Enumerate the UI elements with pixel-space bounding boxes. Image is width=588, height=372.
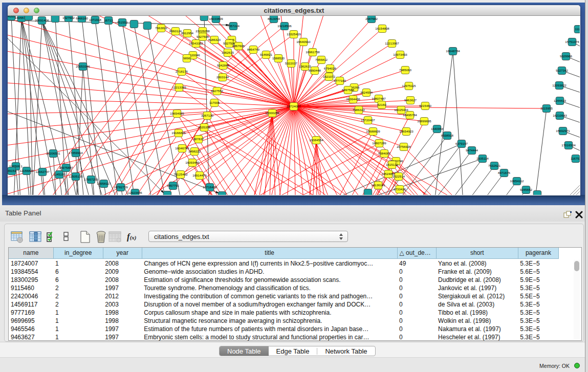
svg-text:9474444: 9474444 bbox=[466, 148, 478, 152]
svg-text:15692971: 15692971 bbox=[556, 129, 570, 133]
svg-text:20053346: 20053346 bbox=[76, 64, 90, 68]
svg-text:16782759: 16782759 bbox=[114, 185, 128, 189]
svg-text:19384554: 19384554 bbox=[309, 138, 323, 142]
svg-text:9084067: 9084067 bbox=[378, 151, 391, 155]
svg-text:15716485: 15716485 bbox=[203, 185, 217, 189]
svg-text:8186323: 8186323 bbox=[208, 38, 221, 41]
svg-text:16713: 16713 bbox=[104, 18, 113, 22]
svg-text:17016504: 17016504 bbox=[561, 143, 576, 147]
svg-text:12505135: 12505135 bbox=[69, 174, 83, 178]
svg-text:751552: 751552 bbox=[117, 20, 128, 24]
svg-text:12213389: 12213389 bbox=[172, 85, 186, 89]
svg-text:9329966: 9329966 bbox=[560, 54, 573, 58]
svg-text:5322037: 5322037 bbox=[285, 61, 298, 65]
svg-text:10899695: 10899695 bbox=[417, 119, 431, 123]
svg-text:8990448: 8990448 bbox=[309, 69, 321, 72]
svg-text:2687682: 2687682 bbox=[365, 17, 378, 20]
svg-text:8471676: 8471676 bbox=[498, 171, 511, 174]
svg-text:2935114: 2935114 bbox=[476, 157, 489, 160]
svg-text:18807289: 18807289 bbox=[372, 141, 386, 145]
svg-text:1244419: 1244419 bbox=[554, 99, 567, 102]
svg-text:6466160: 6466160 bbox=[76, 16, 89, 20]
svg-text:16154808: 16154808 bbox=[375, 27, 389, 30]
svg-text:20691406: 20691406 bbox=[35, 18, 49, 22]
svg-text:7986322: 7986322 bbox=[353, 108, 365, 112]
svg-text:16914479: 16914479 bbox=[192, 173, 207, 177]
svg-text:10958117: 10958117 bbox=[97, 182, 111, 185]
svg-text:9777169: 9777169 bbox=[334, 79, 346, 82]
svg-text:117006: 117006 bbox=[209, 101, 220, 104]
svg-text:10025433: 10025433 bbox=[394, 108, 408, 112]
svg-text:16033809: 16033809 bbox=[209, 17, 223, 20]
svg-text:1588520: 1588520 bbox=[272, 56, 285, 60]
svg-text:15720407: 15720407 bbox=[361, 118, 375, 122]
svg-text:16093459: 16093459 bbox=[185, 161, 200, 164]
svg-text:2522514: 2522514 bbox=[393, 174, 405, 178]
svg-text:13325419: 13325419 bbox=[287, 32, 301, 36]
svg-text:9242848: 9242848 bbox=[217, 63, 230, 67]
svg-text:7485063: 7485063 bbox=[399, 68, 412, 72]
svg-text:1621072: 1621072 bbox=[323, 75, 336, 78]
svg-text:1498222: 1498222 bbox=[188, 149, 201, 153]
svg-text:12975115: 12975115 bbox=[402, 84, 416, 87]
svg-text:15751074: 15751074 bbox=[565, 40, 579, 43]
svg-text:62160: 62160 bbox=[377, 103, 386, 106]
svg-text:20206551: 20206551 bbox=[46, 151, 60, 155]
svg-text:10688609: 10688609 bbox=[366, 129, 380, 133]
svg-text:10654112: 10654112 bbox=[510, 179, 524, 183]
svg-text:12093822: 12093822 bbox=[552, 83, 567, 87]
svg-text:2718176: 2718176 bbox=[176, 70, 188, 73]
svg-text:7632621: 7632621 bbox=[488, 164, 501, 167]
svg-text:16543382: 16543382 bbox=[189, 41, 203, 45]
svg-text:8938918: 8938918 bbox=[441, 134, 454, 137]
svg-text:19218506: 19218506 bbox=[277, 24, 292, 28]
svg-text:12156829: 12156829 bbox=[19, 169, 34, 172]
svg-text:8454749: 8454749 bbox=[247, 48, 260, 51]
svg-text:16495784: 16495784 bbox=[403, 113, 417, 117]
svg-text:1071918: 1071918 bbox=[89, 18, 102, 21]
svg-text:887837: 887837 bbox=[193, 137, 204, 141]
svg-text:3624554: 3624554 bbox=[360, 91, 373, 94]
svg-text:16961758: 16961758 bbox=[306, 50, 320, 54]
svg-text:16648784: 16648784 bbox=[446, 49, 460, 53]
svg-text:1362615: 1362615 bbox=[222, 51, 234, 54]
svg-text:1733426: 1733426 bbox=[394, 187, 406, 191]
svg-text:9463627: 9463627 bbox=[404, 98, 417, 102]
svg-text:20756928: 20756928 bbox=[397, 145, 411, 148]
svg-text:3267130: 3267130 bbox=[201, 114, 214, 117]
svg-text:16210643: 16210643 bbox=[553, 114, 567, 117]
svg-text:19654985: 19654985 bbox=[170, 112, 184, 115]
svg-text:19166825: 19166825 bbox=[171, 131, 186, 135]
svg-text:7663822: 7663822 bbox=[155, 26, 168, 30]
svg-text:1640954: 1640954 bbox=[431, 127, 444, 130]
svg-text:2803144: 2803144 bbox=[216, 75, 229, 79]
svg-text:9227342: 9227342 bbox=[556, 69, 569, 72]
svg-text:1145193: 1145193 bbox=[53, 172, 66, 176]
svg-text:6379197: 6379197 bbox=[455, 142, 468, 145]
svg-text:76125402: 76125402 bbox=[173, 172, 188, 176]
svg-text:16640910: 16640910 bbox=[296, 40, 311, 43]
svg-text:15975887: 15975887 bbox=[59, 166, 73, 169]
svg-text:6497568: 6497568 bbox=[342, 88, 355, 92]
svg-text:18300295: 18300295 bbox=[265, 111, 279, 115]
svg-text:8912954: 8912954 bbox=[181, 31, 194, 35]
svg-text:1362615: 1362615 bbox=[299, 64, 312, 68]
svg-text:1527602: 1527602 bbox=[62, 16, 75, 19]
svg-text:39151: 39151 bbox=[8, 169, 16, 172]
svg-text:9896: 9896 bbox=[183, 56, 190, 60]
svg-text:2867608: 2867608 bbox=[232, 44, 245, 48]
svg-text:8813054: 8813054 bbox=[268, 17, 280, 20]
svg-text:6794028: 6794028 bbox=[324, 67, 337, 70]
svg-text:1615132: 1615132 bbox=[386, 163, 399, 166]
svg-text:19654923: 19654923 bbox=[399, 129, 413, 133]
svg-text:9327506: 9327506 bbox=[197, 35, 209, 38]
svg-text:14136141: 14136141 bbox=[371, 183, 385, 187]
svg-text:9245652: 9245652 bbox=[520, 188, 533, 191]
svg-text:9146821: 9146821 bbox=[260, 53, 273, 56]
svg-text:17359914: 17359914 bbox=[69, 151, 83, 155]
svg-text:10973493: 10973493 bbox=[393, 53, 407, 56]
svg-text:1112: 1112 bbox=[575, 27, 580, 31]
svg-text:8427552: 8427552 bbox=[211, 89, 224, 93]
svg-text:12923485: 12923485 bbox=[128, 191, 142, 194]
svg-text:7955812: 7955812 bbox=[315, 58, 328, 61]
